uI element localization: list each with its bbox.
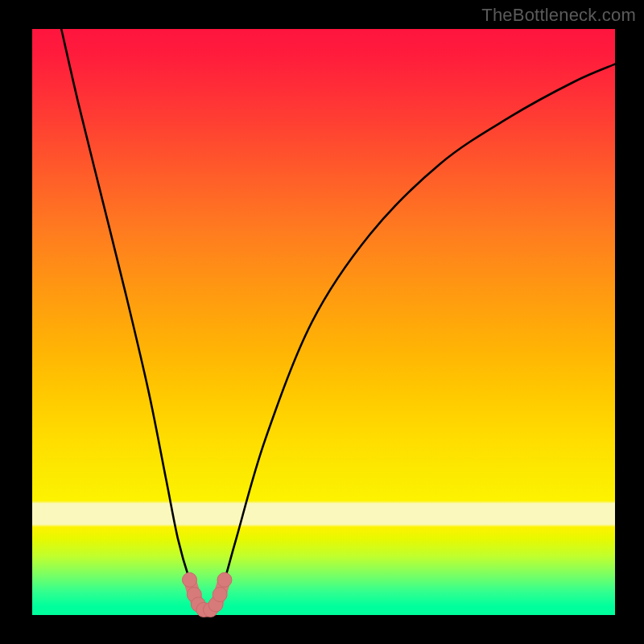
valley-marker-dot xyxy=(182,572,196,587)
plot-area xyxy=(32,29,615,615)
valley-marker-dot xyxy=(213,588,227,602)
bottleneck-curve xyxy=(61,29,615,609)
valley-marker-dot xyxy=(217,572,232,587)
valley-marker-dots xyxy=(182,572,231,617)
chart-frame: TheBottleneck.com xyxy=(0,0,644,644)
watermark-text: TheBottleneck.com xyxy=(481,5,636,26)
curve-svg xyxy=(32,29,615,615)
